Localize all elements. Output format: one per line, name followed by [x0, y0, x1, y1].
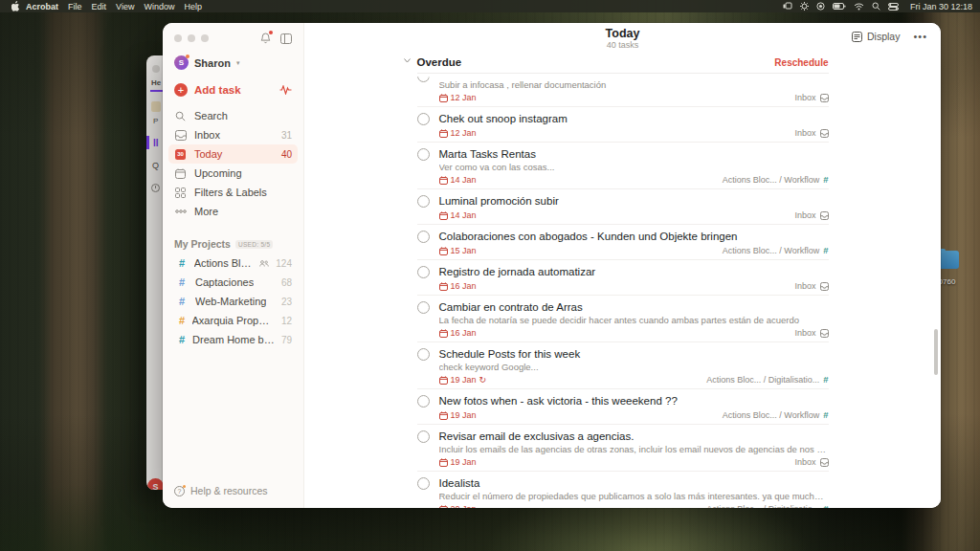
close-window-icon[interactable]	[174, 34, 182, 42]
menubar-menu[interactable]: Window	[144, 2, 174, 11]
task-title[interactable]: Chek out snoop instagram	[439, 112, 829, 125]
sidebar-item-today[interactable]: 30 Today 40	[168, 144, 298, 164]
apple-menu-icon[interactable]	[11, 1, 20, 11]
task-checkbox[interactable]	[417, 195, 430, 208]
task-project[interactable]: Inbox	[794, 457, 828, 467]
task-checkbox[interactable]	[417, 430, 430, 443]
notification-dot	[269, 31, 273, 34]
gear-icon[interactable]	[800, 2, 809, 11]
project-count: 79	[281, 335, 292, 345]
wifi-icon[interactable]	[854, 3, 864, 11]
avatar: S	[174, 55, 189, 70]
task-description: Subir a infocasa , rellenar documentació…	[439, 79, 829, 90]
task-project[interactable]: Actions Bloc... / Workflow#	[723, 175, 829, 185]
collapse-section-icon[interactable]	[404, 58, 411, 63]
menubar-menu[interactable]: Help	[184, 2, 202, 11]
task-due-date[interactable]: 16 Jan	[439, 281, 477, 291]
sidebar-item-filters-labels[interactable]: Filters & Labels	[163, 183, 303, 202]
sidebar-project[interactable]: #Web-Marketing23	[163, 292, 303, 311]
user-name: Sharon	[194, 57, 231, 69]
task-project[interactable]: Inbox	[794, 328, 828, 338]
task-title[interactable]: Revisar email de exclusivas a agencias.	[439, 430, 829, 443]
todoist-window: S Sharon ▾ + Add task Search Inbox 31 30	[163, 23, 941, 508]
sidebar-project[interactable]: #Axarquia Properties Tareas12	[163, 311, 303, 330]
window-controls[interactable]	[174, 34, 209, 42]
minimize-window-icon[interactable]	[188, 34, 195, 42]
task-project[interactable]: Inbox	[794, 210, 828, 220]
inbox-icon	[820, 458, 829, 467]
task-project[interactable]: Inbox	[794, 281, 828, 291]
sidebar-item-search[interactable]: Search	[163, 106, 303, 125]
task-due-date[interactable]: 19 Jan↻	[439, 375, 487, 385]
scrollbar-thumb[interactable]	[934, 329, 938, 375]
display-button[interactable]: Display	[852, 31, 900, 42]
today-icon: 30	[174, 149, 187, 160]
task-project[interactable]: Inbox	[794, 128, 828, 138]
background-window-text: P	[153, 117, 158, 125]
more-options-icon[interactable]: •••	[913, 33, 927, 40]
reschedule-button[interactable]: Reschedule	[774, 57, 828, 68]
projects-list: #Actions Blocks124#Captaciones68#Web-Mar…	[163, 253, 303, 349]
task-due-date[interactable]: 14 Jan	[439, 175, 477, 185]
task-project[interactable]: Actions Bloc... / Digitalisatio...#	[706, 375, 828, 385]
task-title[interactable]: Registro de jornada automatizar	[439, 265, 829, 278]
task-checkbox[interactable]	[417, 266, 430, 278]
sidebar-project[interactable]: #Captaciones68	[163, 273, 303, 292]
task-project[interactable]: Actions Bloc... / Workflow#	[723, 246, 829, 255]
task-project[interactable]: Actions Bloc... / Workflow#	[723, 410, 829, 420]
account-menu[interactable]: S Sharon ▾	[163, 44, 303, 70]
toggle-sidebar-icon[interactable]	[280, 33, 292, 44]
task-due-date[interactable]: 16 Jan	[439, 328, 477, 338]
task-due-date[interactable]: 12 Jan	[439, 93, 477, 102]
task-checkbox[interactable]	[417, 113, 430, 125]
task-checkbox[interactable]	[417, 231, 430, 243]
menubar-clock[interactable]: Fri Jan 30 12:18	[910, 2, 972, 11]
sidebar-item-upcoming[interactable]: Upcoming	[163, 164, 303, 183]
task-checkbox[interactable]	[417, 477, 430, 490]
activity-pulse-icon[interactable]	[279, 85, 292, 95]
task-checkbox[interactable]	[417, 395, 430, 408]
sidebar-project[interactable]: #Dream Home by the Sea79	[163, 330, 303, 349]
task-title[interactable]: Cambiar en contrato de Arras	[439, 300, 829, 314]
task-title[interactable]: Idealista	[439, 476, 829, 490]
task-due-date[interactable]: 19 Jan	[439, 410, 477, 420]
task-title[interactable]: Marta Tasks Rentas	[439, 147, 829, 161]
menubar-menu[interactable]: Edit	[92, 2, 107, 11]
history-icon	[151, 184, 160, 192]
task-due-date[interactable]: 20 Jan	[439, 504, 477, 508]
task-title[interactable]: Schedule Posts for this week	[439, 347, 829, 361]
task-checkbox[interactable]	[417, 348, 430, 361]
my-projects-header[interactable]: My Projects USED: 5/5	[163, 221, 303, 253]
task-checkbox[interactable]	[417, 301, 430, 314]
task-project[interactable]: Inbox	[794, 93, 828, 102]
sidebar-item-inbox[interactable]: Inbox 31	[163, 125, 303, 144]
help-resources-button[interactable]: ? Help & resources	[163, 475, 303, 508]
search-icon[interactable]	[872, 2, 880, 11]
task-row: Revisar email de exclusivas a agencias.I…	[417, 425, 829, 472]
task-description: Reducir el número de propiedades que pub…	[439, 491, 829, 501]
control-center-icon[interactable]	[888, 3, 899, 11]
menubar-menu[interactable]: View	[116, 2, 134, 11]
menubar-menu[interactable]: File	[68, 2, 82, 11]
stage-manager-icon[interactable]	[783, 2, 792, 11]
task-checkbox[interactable]	[417, 148, 430, 161]
project-name: Actions Blocks	[194, 257, 254, 269]
task-project[interactable]: Actions Bloc... / Digitalisatio...#	[706, 504, 828, 508]
sidebar-item-more[interactable]: More	[163, 202, 303, 221]
due-date-icon	[439, 94, 448, 102]
notifications-bell-icon[interactable]	[260, 33, 271, 44]
task-title[interactable]: New fotos when - ask victoria - this wee…	[439, 394, 829, 408]
task-due-date[interactable]: 19 Jan	[439, 457, 477, 467]
task-title[interactable]: Luminal promoción subir	[439, 194, 829, 208]
project-hash-icon: #	[823, 504, 828, 508]
add-task-button[interactable]: + Add task	[163, 70, 303, 97]
menubar-app-name[interactable]: Acrobat	[26, 2, 58, 11]
task-due-date[interactable]: 15 Jan	[439, 246, 477, 255]
task-due-date[interactable]: 12 Jan	[439, 128, 477, 138]
battery-icon[interactable]	[833, 3, 846, 11]
task-due-date[interactable]: 14 Jan	[439, 210, 477, 220]
sidebar-project[interactable]: #Actions Blocks124	[163, 253, 303, 273]
task-title[interactable]: Colaboraciones con abogados - Kunden und…	[439, 230, 829, 243]
record-icon[interactable]	[816, 2, 825, 11]
zoom-window-icon[interactable]	[201, 34, 209, 42]
